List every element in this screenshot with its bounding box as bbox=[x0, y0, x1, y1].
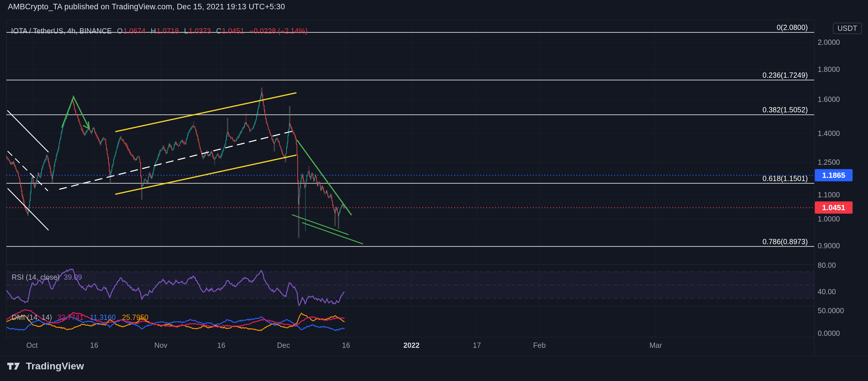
price-tick-label: 1.4000 bbox=[818, 129, 840, 138]
legend-ohlc-values: O1.0674H1.0718L1.0373C1.0451 bbox=[117, 27, 244, 35]
legend-ohlc-item: C1.0451 bbox=[216, 27, 244, 35]
rsi-tick-label: 40.00 bbox=[818, 288, 836, 296]
time-tick-label: Dec bbox=[277, 341, 290, 350]
currency-unit-button[interactable]: USDT bbox=[833, 23, 862, 34]
rsi-indicator-legend[interactable]: RSI (14, close) 39.09 bbox=[12, 273, 82, 282]
time-tick-label: Feb bbox=[533, 341, 546, 350]
dmi-value: 32.7741 bbox=[57, 313, 84, 322]
legend-ohlc-item: O1.0674 bbox=[117, 27, 145, 35]
time-tick-label: Mar bbox=[649, 341, 662, 350]
dmi-tick-label: 50.0000 bbox=[818, 306, 844, 315]
price-tick-label: 2.0000 bbox=[818, 38, 840, 47]
time-tick-label: 17 bbox=[473, 341, 481, 350]
symbol-legend[interactable]: IOTA / TetherUS, 4h, BINANCE O1.0674H1.0… bbox=[11, 27, 308, 35]
rsi-value: 39.09 bbox=[64, 273, 82, 282]
rsi-tick-label: 80.00 bbox=[818, 261, 836, 269]
dmi-values: 32.774111.316025.7950 bbox=[57, 313, 148, 322]
symbol-title[interactable]: IOTA / TetherUS, 4h, BINANCE bbox=[11, 27, 112, 35]
legend-ohlc-item: L1.0373 bbox=[184, 27, 211, 35]
price-change: −0.0228 (−2.14%) bbox=[249, 27, 308, 35]
time-tick-label: 16 bbox=[217, 341, 225, 350]
time-tick-label: 16 bbox=[90, 341, 98, 350]
dmi-indicator-legend[interactable]: DMI (14, 14) 32.774111.316025.7950 bbox=[12, 313, 148, 322]
fib-level-label: 0.382(1.5052) bbox=[763, 106, 808, 114]
dmi-value: 11.3160 bbox=[90, 313, 116, 322]
price-tick-label: 1.8000 bbox=[818, 65, 840, 74]
fib-level-label: 0.236(1.7249) bbox=[763, 71, 808, 80]
price-tick-label: 1.1000 bbox=[818, 190, 840, 199]
last-price-badge: 1.0451 bbox=[815, 201, 852, 214]
chart-canvas[interactable] bbox=[0, 0, 868, 381]
tradingview-logo[interactable]: TradingView bbox=[7, 360, 84, 372]
time-tick-label: Oct bbox=[27, 341, 38, 350]
rsi-label: RSI (14, close) bbox=[12, 273, 60, 282]
time-tick-label: 2022 bbox=[403, 341, 420, 350]
dmi-value: 25.7950 bbox=[122, 313, 148, 322]
fib-level-label: 0.618(1.1501) bbox=[763, 174, 808, 183]
time-tick-label: Nov bbox=[154, 341, 167, 350]
dmi-tick-label: 0.0000 bbox=[818, 329, 840, 338]
dmi-label: DMI (14, 14) bbox=[12, 313, 52, 322]
level-price-badge: 1.1865 bbox=[815, 169, 852, 181]
fib-level-label: 0(2.0800) bbox=[777, 23, 808, 32]
fib-level-label: 0.786(0.8973) bbox=[763, 237, 808, 246]
publish-header: AMBCrypto_TA published on TradingView.co… bbox=[8, 2, 285, 11]
price-tick-label: 1.0000 bbox=[818, 215, 840, 223]
price-tick-label: 0.9000 bbox=[818, 242, 840, 250]
legend-ohlc-item: H1.0718 bbox=[151, 27, 179, 35]
tradingview-logo-icon bbox=[7, 361, 22, 371]
price-tick-label: 1.6000 bbox=[818, 95, 840, 104]
tradingview-chart-screenshot: AMBCrypto_TA published on TradingView.co… bbox=[0, 0, 868, 381]
tradingview-logo-text: TradingView bbox=[26, 360, 84, 372]
price-tick-label: 1.2500 bbox=[818, 158, 840, 167]
time-tick-label: 16 bbox=[342, 341, 350, 350]
